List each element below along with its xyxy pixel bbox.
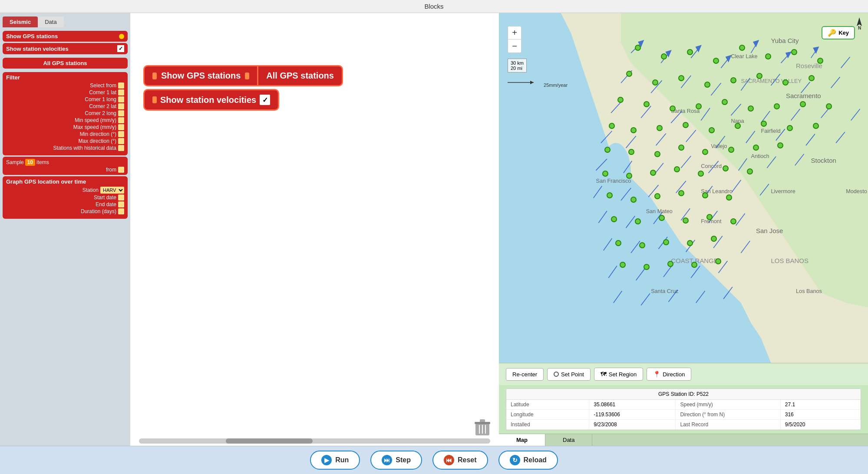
filter-input-corner2long[interactable] <box>118 110 124 116</box>
svg-text:San Francisco: San Francisco <box>596 178 631 184</box>
svg-text:Clear Lake: Clear Lake <box>731 53 757 59</box>
filter-input-select-from[interactable] <box>118 82 124 89</box>
blocks-canvas: Show GPS stations All GPS stations Show … <box>130 13 499 428</box>
svg-text:Modesto: Modesto <box>846 188 867 194</box>
svg-text:San Mateo: San Mateo <box>646 208 673 214</box>
svg-text:Fairfield: Fairfield <box>761 128 780 134</box>
workspace: Show GPS stations All GPS stations Show … <box>130 13 499 446</box>
filter-input-maxspeed[interactable] <box>118 124 124 130</box>
map-tab-data[interactable]: Data <box>545 434 592 446</box>
velocity-checkbox[interactable]: ✓ <box>117 45 124 52</box>
sample-from-input[interactable] <box>118 167 124 173</box>
reset-button[interactable]: ⏮ Reset <box>432 451 488 470</box>
filter-input-maxdirection[interactable] <box>118 138 124 144</box>
workspace-scrollbar[interactable] <box>139 438 490 444</box>
filter-label-select-from: Select from <box>6 82 118 89</box>
set-region-button[interactable]: 🗺 Set Region <box>594 368 643 381</box>
sample-from-label: from <box>106 167 116 173</box>
svg-text:Concord: Concord <box>701 163 722 169</box>
filter-input-mindirection[interactable] <box>118 131 124 137</box>
reload-icon: ↻ <box>510 455 520 465</box>
sidebar-tab-seismic[interactable]: Seismic <box>3 16 38 27</box>
graph-input-duration[interactable] <box>118 208 124 214</box>
bottom-toolbar: ▶ Run ⏭ Step ⏮ Reset ↻ Reload <box>0 446 868 474</box>
latitude-label: Latitude <box>506 400 589 410</box>
installed-label: Installed <box>506 420 589 430</box>
filter-row-3: Corner 2 lat <box>6 103 124 109</box>
direction-value: 316 <box>781 410 861 420</box>
graph-station-dropdown[interactable]: HARV <box>100 187 124 194</box>
graph-label-station: Station <box>6 187 100 193</box>
filter-input-corner1lat[interactable] <box>118 89 124 95</box>
direction-button[interactable]: 📍 Direction <box>647 368 691 381</box>
latitude-value: 35.08661 <box>589 400 676 410</box>
show-gps-block-group: Show GPS stations Show station velocitie… <box>3 31 128 54</box>
set-point-icon <box>554 372 559 377</box>
sample-block[interactable]: Sample 10 items from <box>3 157 128 175</box>
zoom-in-button[interactable]: + <box>508 26 521 40</box>
graph-row-duration: Duration (days) <box>6 208 124 214</box>
graph-input-startdate[interactable] <box>118 194 124 201</box>
main-layout: Seismic Data Show GPS stations Show stat… <box>0 13 868 446</box>
connector-right <box>119 34 124 39</box>
speed-label: Speed (mm/y) <box>676 400 780 410</box>
map-tabs: Map Data <box>499 434 868 446</box>
direction-label: Direction (° from N) <box>676 410 780 420</box>
filter-label-historical: Stations with historical data <box>6 145 118 151</box>
canvas-blocks-container: Show GPS stations All GPS stations Show … <box>143 65 343 111</box>
graph-row-enddate: End date <box>6 201 124 207</box>
all-gps-block[interactable]: All GPS stations <box>3 58 128 69</box>
filter-input-minspeed[interactable] <box>118 117 124 123</box>
recenter-button[interactable]: Re-center <box>506 368 544 381</box>
longitude-value: -119.53606 <box>589 410 676 420</box>
svg-text:Roseville: Roseville <box>796 62 822 69</box>
step-icon: ⏭ <box>382 455 392 465</box>
trash-icon[interactable] <box>475 418 490 437</box>
filter-input-corner1long[interactable] <box>118 96 124 102</box>
step-button[interactable]: ⏭ Step <box>370 451 422 470</box>
sidebar: Seismic Data Show GPS stations Show stat… <box>0 13 130 446</box>
map-tab-map[interactable]: Map <box>499 434 545 446</box>
canvas-show-velocities-block[interactable]: Show station velocities ✓ <box>143 89 279 111</box>
filter-checkbox-historical[interactable] <box>118 145 124 151</box>
filter-row-historical: Stations with historical data <box>6 145 124 151</box>
map-container: Yuba City Clear Lake Roseville SACRAMENT… <box>499 13 868 363</box>
canvas-show-gps-notch-right <box>245 72 249 79</box>
filter-label-maxdirection: Max direction (°) <box>6 138 118 144</box>
map-panel: Yuba City Clear Lake Roseville SACRAMENT… <box>499 13 868 446</box>
filter-row-7: Min direction (°) <box>6 131 124 137</box>
filter-row-2: Corner 1 long <box>6 96 124 102</box>
show-gps-block[interactable]: Show GPS stations <box>3 31 128 42</box>
graph-label-duration: Duration (days) <box>6 208 118 214</box>
graph-input-enddate[interactable] <box>118 201 124 207</box>
map-key-button[interactable]: 🔑 Key <box>822 26 855 40</box>
svg-text:COAST RANGE: COAST RANGE <box>671 257 718 264</box>
svg-text:SACRAMENTO VALLEY: SACRAMENTO VALLEY <box>741 78 802 84</box>
map-scale: 30 km 20 mi <box>508 59 527 72</box>
filter-label-corner2long: Corner 2 long <box>6 110 118 116</box>
reload-button[interactable]: ↻ Reload <box>498 451 558 470</box>
sidebar-tab-data[interactable]: Data <box>38 16 63 27</box>
graph-row-station: Station HARV <box>6 187 124 194</box>
canvas-all-gps-block[interactable]: All GPS stations <box>257 65 343 86</box>
canvas-velocities-checkbox[interactable]: ✓ <box>260 95 270 105</box>
svg-text:Sacramento: Sacramento <box>786 92 821 99</box>
graph-block: Graph GPS location over time Station HAR… <box>3 176 128 219</box>
filter-input-corner2lat[interactable] <box>118 103 124 109</box>
svg-text:Stockton: Stockton <box>811 157 836 164</box>
svg-text:Santa Rosa: Santa Rosa <box>671 108 700 114</box>
direction-icon: 📍 <box>653 371 660 378</box>
zoom-out-button[interactable]: − <box>508 40 521 53</box>
filter-label-corner1long: Corner 1 long <box>6 96 118 102</box>
show-velocities-block[interactable]: Show station velocities ✓ <box>3 43 128 54</box>
filter-label-corner1lat: Corner 1 lat <box>6 89 118 95</box>
graph-label-enddate: End date <box>6 201 118 207</box>
canvas-show-gps-block[interactable]: Show GPS stations <box>143 65 258 86</box>
set-point-button[interactable]: Set Point <box>547 368 591 381</box>
run-button[interactable]: ▶ Run <box>310 451 360 470</box>
installed-value: 9/23/2008 <box>589 420 676 430</box>
workspace-scrollbar-thumb[interactable] <box>226 438 313 444</box>
filter-label-mindirection: Min direction (°) <box>6 131 118 137</box>
filter-row-1: Corner 1 lat <box>6 89 124 95</box>
last-record-label: Last Record <box>676 420 780 430</box>
